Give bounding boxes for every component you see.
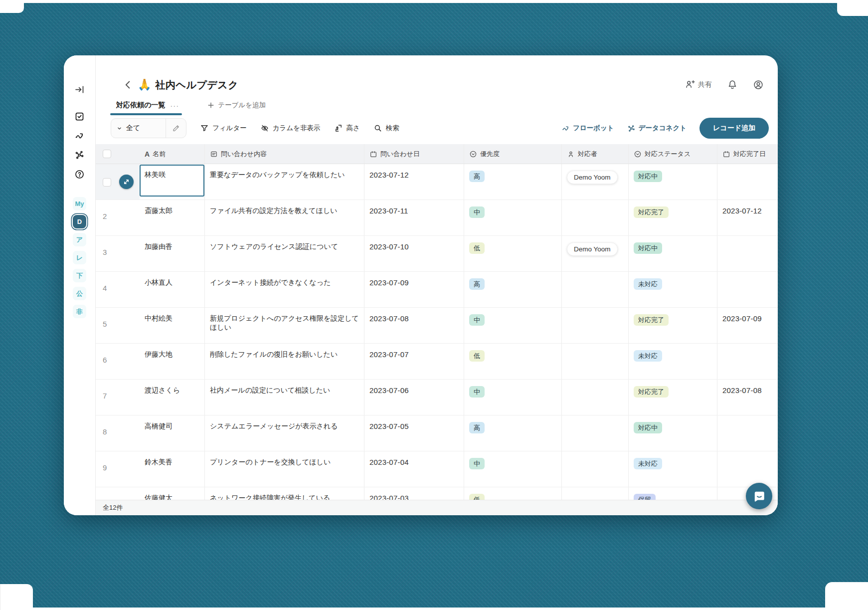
hide-columns-button[interactable]: カラムを非表示	[260, 124, 321, 133]
cell-status[interactable]: 保留	[628, 487, 717, 500]
cell-priority[interactable]: 低	[464, 344, 561, 379]
table-row[interactable]: 7 渡辺さくら 社内メールの設定について相談したい 2023-07-06 中 対…	[96, 380, 778, 415]
bell-icon[interactable]	[727, 79, 738, 90]
table-row[interactable]: 2 斎藤太郎 ファイル共有の設定方法を教えてほしい 2023-07-11 中 対…	[96, 200, 778, 236]
cell-status[interactable]: 未対応	[628, 451, 717, 487]
sidebar-shortcut-下[interactable]: 下	[73, 269, 86, 282]
tab-taiou-irai-list[interactable]: 対応依頼の一覧 ···	[109, 101, 182, 110]
filter-button[interactable]: フィルター	[200, 124, 247, 133]
cell-content[interactable]: ファイル共有の設定方法を教えてほしい	[204, 200, 364, 235]
cell-assignee[interactable]	[561, 380, 628, 415]
column-header-priority[interactable]: 優先度	[464, 144, 561, 164]
cell-inquiry-date[interactable]: 2023-07-03	[364, 487, 464, 500]
cell-name[interactable]: 鈴木美香	[140, 451, 204, 487]
cell-inquiry-date[interactable]: 2023-07-06	[364, 380, 464, 415]
back-chevron-icon[interactable]	[123, 79, 134, 90]
cell-assignee[interactable]	[561, 487, 628, 500]
cell-priority[interactable]: 高	[464, 415, 561, 451]
cell-assignee[interactable]	[561, 308, 628, 343]
cell-priority[interactable]: 高	[464, 272, 561, 307]
sidebar-shortcut-My[interactable]: My	[73, 197, 86, 210]
cell-assignee[interactable]: Demo Yoom	[561, 164, 628, 200]
cell-assignee[interactable]	[561, 451, 628, 487]
cell-content[interactable]: システムエラーメッセージが表示される	[204, 415, 364, 451]
sidebar-shortcut-D[interactable]: D	[73, 215, 86, 228]
cell-name[interactable]: 中村絵美	[140, 308, 204, 343]
cell-inquiry-date[interactable]: 2023-07-12	[364, 164, 464, 200]
table-row[interactable]: 9 鈴木美香 プリンターのトナーを交換してほしい 2023-07-04 中 未対…	[96, 451, 778, 487]
cell-assignee[interactable]	[561, 272, 628, 307]
sidebar-shortcut-レ[interactable]: レ	[73, 251, 86, 264]
table-row[interactable]: 4 小林直人 インターネット接続ができなくなった 2023-07-09 高 未対…	[96, 272, 778, 308]
table-row[interactable]: 5 中村絵美 新規プロジェクトへのアクセス権限を設定してほしい 2023-07-…	[96, 308, 778, 344]
add-record-button[interactable]: レコード追加	[699, 118, 769, 139]
cell-inquiry-date[interactable]: 2023-07-07	[364, 344, 464, 379]
cell-inquiry-date[interactable]: 2023-07-10	[364, 236, 464, 271]
cell-done-date[interactable]	[717, 344, 778, 379]
cell-name[interactable]: 林美咲	[140, 164, 204, 200]
cell-done-date[interactable]: 2023-07-12	[717, 200, 778, 235]
sidebar-shortcut-非[interactable]: 非	[73, 305, 86, 318]
column-header-assignee[interactable]: 対応者	[561, 144, 628, 164]
row-checkbox[interactable]	[103, 178, 111, 187]
table-row[interactable]: 8 高橋健司 システムエラーメッセージが表示される 2023-07-05 高 対…	[96, 415, 778, 451]
cell-done-date[interactable]: 2023-07-08	[717, 380, 778, 415]
column-header-done-date[interactable]: 対応完了日	[717, 144, 778, 164]
molecule-icon[interactable]	[74, 149, 86, 161]
pencil-icon[interactable]	[166, 124, 186, 132]
cell-status[interactable]: 対応完了	[628, 380, 717, 415]
search-button[interactable]: 検索	[373, 124, 399, 133]
cell-priority[interactable]: 低	[464, 487, 561, 500]
flow-arrow-icon[interactable]	[74, 130, 86, 142]
cell-content[interactable]: ネットワーク接続障害が発生している	[204, 487, 364, 500]
cell-status[interactable]: 対応中	[628, 236, 717, 271]
cell-name[interactable]: 伊藤大地	[140, 344, 204, 379]
select-all-checkbox[interactable]	[103, 150, 111, 158]
cell-status[interactable]: 対応完了	[628, 200, 717, 235]
cell-name[interactable]: 斎藤太郎	[140, 200, 204, 235]
cell-assignee[interactable]	[561, 415, 628, 451]
cell-status[interactable]: 対応中	[628, 164, 717, 200]
cell-done-date[interactable]	[717, 236, 778, 271]
cell-status[interactable]: 未対応	[628, 344, 717, 379]
cell-content[interactable]: インターネット接続ができなくなった	[204, 272, 364, 307]
cell-content[interactable]: ソフトウェアのライセンス認証について	[204, 236, 364, 271]
cell-inquiry-date[interactable]: 2023-07-11	[364, 200, 464, 235]
cell-name[interactable]: 高橋健司	[140, 415, 204, 451]
table-row[interactable]: 林美咲 重要なデータのバックアップを依頼したい 2023-07-12 高 Dem…	[96, 164, 778, 200]
chat-launcher-button[interactable]	[746, 483, 772, 509]
cell-inquiry-date[interactable]: 2023-07-08	[364, 308, 464, 343]
cell-status[interactable]: 対応完了	[628, 308, 717, 343]
table-row[interactable]: 10 佐藤健太 ネットワーク接続障害が発生している 2023-07-03 低 保…	[96, 487, 778, 500]
tab-more-icon[interactable]: ···	[170, 101, 179, 110]
sidebar-shortcut-公[interactable]: 公	[73, 287, 86, 300]
cell-priority[interactable]: 中	[464, 200, 561, 235]
flowbot-button[interactable]: フローボット	[561, 124, 614, 133]
cell-priority[interactable]: 高	[464, 164, 561, 200]
cell-done-date[interactable]	[717, 164, 778, 200]
cell-name[interactable]: 小林直人	[140, 272, 204, 307]
task-check-icon[interactable]	[74, 110, 86, 122]
account-icon[interactable]	[753, 79, 764, 90]
cell-content[interactable]: プリンターのトナーを交換してほしい	[204, 451, 364, 487]
column-header-name[interactable]: A 名前	[140, 144, 204, 164]
cell-content[interactable]: 削除したファイルの復旧をお願いしたい	[204, 344, 364, 379]
cell-priority[interactable]: 中	[464, 380, 561, 415]
cell-priority[interactable]: 中	[464, 451, 561, 487]
cell-assignee[interactable]	[561, 200, 628, 235]
collapse-sidebar-icon[interactable]	[74, 83, 86, 95]
cell-inquiry-date[interactable]: 2023-07-04	[364, 451, 464, 487]
column-header-status[interactable]: 対応ステータス	[628, 144, 717, 164]
cell-content[interactable]: 社内メールの設定について相談したい	[204, 380, 364, 415]
cell-assignee[interactable]	[561, 344, 628, 379]
cell-assignee[interactable]: Demo Yoom	[561, 236, 628, 271]
row-height-button[interactable]: 高さ	[334, 124, 360, 133]
cell-content[interactable]: 重要なデータのバックアップを依頼したい	[204, 164, 364, 200]
cell-name[interactable]: 渡辺さくら	[140, 380, 204, 415]
cell-inquiry-date[interactable]: 2023-07-09	[364, 272, 464, 307]
cell-inquiry-date[interactable]: 2023-07-05	[364, 415, 464, 451]
cell-name[interactable]: 佐藤健太	[140, 487, 204, 500]
cell-content[interactable]: 新規プロジェクトへのアクセス権限を設定してほしい	[204, 308, 364, 343]
add-table-button[interactable]: テーブルを追加	[207, 101, 266, 110]
cell-priority[interactable]: 中	[464, 308, 561, 343]
